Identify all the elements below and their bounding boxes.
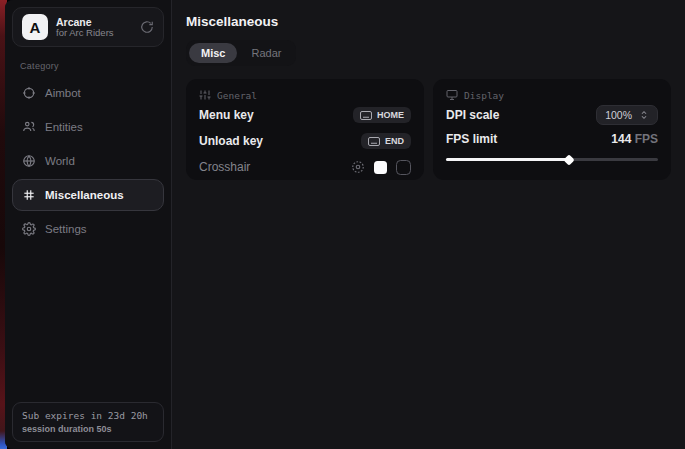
session-duration-text: session duration 50s — [22, 424, 154, 434]
slider-thumb[interactable] — [563, 154, 574, 165]
crosshair-settings-icon[interactable] — [351, 160, 365, 174]
main-content: Miscellaneous Misc Radar General Menu ke… — [172, 0, 685, 449]
slider-fill — [446, 158, 569, 161]
grid-icon — [22, 188, 36, 202]
sidebar-item-miscellaneous[interactable]: Miscellaneous — [12, 179, 164, 211]
gear-icon — [22, 222, 36, 236]
display-card: Display DPI scale 100% FPS limit 144 FPS — [433, 79, 671, 180]
fps-limit-row: FPS limit 144 FPS — [446, 129, 658, 149]
fps-limit-label: FPS limit — [446, 132, 497, 146]
unload-key-bind-button[interactable]: END — [361, 133, 411, 149]
fps-value: 144 — [611, 132, 631, 146]
subscription-card: Sub expires in 23d 20h session duration … — [12, 402, 164, 442]
fps-unit: FPS — [631, 132, 658, 146]
unload-key-label: Unload key — [199, 134, 263, 148]
sidebar-item-label: World — [45, 155, 75, 167]
menu-key-bind-button[interactable]: HOME — [353, 107, 411, 123]
general-card: General Menu key HOME Unload key — [186, 79, 424, 180]
tab-bar: Misc Radar — [186, 40, 296, 66]
fps-limit-slider[interactable] — [446, 154, 658, 164]
category-label: Category — [20, 61, 164, 71]
crosshair-icon — [22, 86, 36, 100]
sidebar-item-entities[interactable]: Entities — [12, 111, 164, 143]
product-card: A Arcane for Arc Riders — [12, 7, 164, 47]
sidebar-item-label: Miscellaneous — [45, 189, 124, 201]
entities-icon — [22, 120, 36, 134]
keyboard-icon — [360, 111, 372, 120]
crosshair-checkbox[interactable] — [396, 160, 411, 175]
general-card-title: General — [217, 90, 257, 101]
sync-icon[interactable] — [140, 20, 154, 34]
crosshair-row: Crosshair — [199, 155, 411, 179]
sliders-icon — [199, 89, 211, 101]
unload-key-row: Unload key END — [199, 129, 411, 153]
app-subtitle: for Arc Riders — [56, 28, 132, 39]
dpi-scale-label: DPI scale — [446, 108, 499, 122]
app-name: Arcane — [56, 16, 132, 28]
sidebar-item-label: Settings — [45, 223, 87, 235]
sub-expires-text: Sub expires in 23d 20h — [22, 410, 154, 421]
tab-radar[interactable]: Radar — [239, 43, 293, 63]
cards-row: General Menu key HOME Unload key — [186, 79, 671, 180]
app-window: A Arcane for Arc Riders Category Aimbot … — [5, 0, 685, 449]
dpi-scale-select[interactable]: 100% — [596, 105, 658, 125]
monitor-icon — [446, 89, 458, 101]
sidebar: A Arcane for Arc Riders Category Aimbot … — [5, 0, 172, 449]
dpi-scale-row: DPI scale 100% — [446, 103, 658, 127]
sidebar-item-world[interactable]: World — [12, 145, 164, 177]
menu-key-row: Menu key HOME — [199, 103, 411, 127]
crosshair-label: Crosshair — [199, 160, 250, 174]
sidebar-item-label: Entities — [45, 121, 83, 133]
globe-icon — [22, 154, 36, 168]
sidebar-item-settings[interactable]: Settings — [12, 213, 164, 245]
chevrons-up-down-icon — [639, 110, 649, 120]
page-title: Miscellaneous — [186, 14, 671, 29]
app-logo: A — [22, 14, 48, 40]
tab-misc[interactable]: Misc — [189, 43, 237, 63]
menu-key-label: Menu key — [199, 108, 254, 122]
sidebar-item-aimbot[interactable]: Aimbot — [12, 77, 164, 109]
keyboard-icon — [368, 137, 380, 146]
crosshair-color-swatch[interactable] — [374, 161, 387, 174]
display-card-title: Display — [464, 90, 504, 101]
sidebar-item-label: Aimbot — [45, 87, 81, 99]
